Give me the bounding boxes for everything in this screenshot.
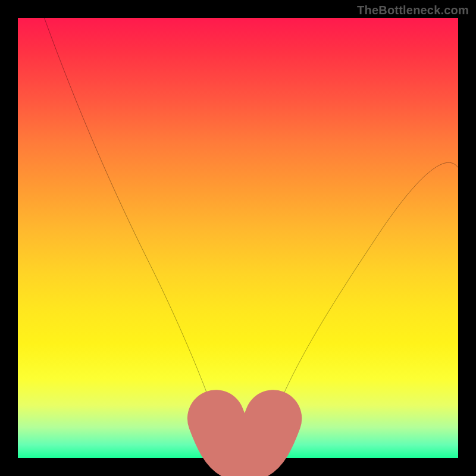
watermark-label: TheBottleneck.com [357, 4, 469, 17]
chart-frame: TheBottleneck.com [0, 0, 476, 476]
mismatch-curve [44, 18, 458, 454]
plot-area [18, 18, 458, 458]
optimal-zone-marker [216, 418, 273, 452]
curve-layer [18, 18, 458, 458]
